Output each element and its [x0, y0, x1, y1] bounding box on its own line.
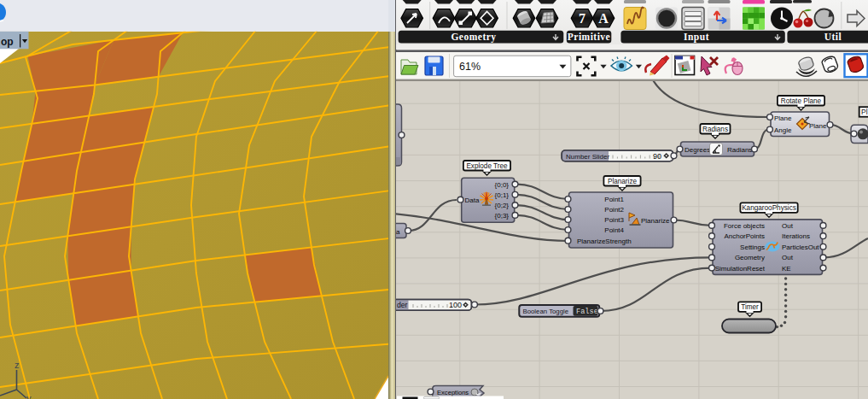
- svg-text:ParticlesOut: ParticlesOut: [782, 244, 819, 251]
- svg-text:{0;1}: {0;1}: [495, 191, 510, 199]
- svg-text:Point2: Point2: [604, 206, 624, 214]
- svg-text:KE: KE: [782, 265, 791, 273]
- svg-text:Rotate Plane: Rotate Plane: [781, 97, 822, 105]
- svg-text:Point3: Point3: [604, 216, 624, 224]
- svg-text:A: A: [598, 11, 609, 26]
- svg-text:Angle: Angle: [774, 126, 792, 134]
- svg-text:Force objects: Force objects: [724, 222, 765, 230]
- svg-text:KangarooPhysics: KangarooPhysics: [742, 204, 796, 212]
- svg-text:op: op: [1, 36, 14, 48]
- svg-text:AnchorPoints: AnchorPoints: [724, 232, 765, 240]
- svg-text:z: z: [15, 360, 20, 370]
- svg-text:Point4: Point4: [604, 226, 624, 234]
- svg-text:{0;0}: {0;0}: [495, 181, 510, 189]
- svg-text:Plane: Plane: [809, 122, 827, 130]
- svg-text:{0;3}: {0;3}: [495, 212, 510, 220]
- svg-text:Geometry: Geometry: [735, 254, 765, 261]
- svg-text:Planarize: Planarize: [608, 178, 638, 185]
- svg-text:Timer: Timer: [741, 303, 759, 311]
- svg-text:Out: Out: [782, 222, 794, 230]
- svg-text:der: der: [397, 301, 408, 309]
- svg-text:7: 7: [579, 11, 585, 26]
- svg-text:Boolean Toggle: Boolean Toggle: [523, 308, 569, 315]
- svg-text:Number Slider: Number Slider: [566, 153, 609, 161]
- svg-text:Settings: Settings: [740, 244, 765, 251]
- svg-text:Primitive: Primitive: [568, 32, 610, 42]
- svg-text:Point1: Point1: [604, 196, 624, 203]
- svg-text:Radians: Radians: [727, 146, 752, 154]
- svg-text:100: 100: [449, 301, 462, 309]
- svg-text:Exceptions: Exceptions: [437, 389, 469, 396]
- svg-text:Radians: Radians: [702, 126, 728, 133]
- svg-text:a: a: [396, 228, 400, 236]
- svg-text:Explode Tree: Explode Tree: [466, 162, 508, 170]
- svg-text:Input: Input: [684, 32, 709, 43]
- svg-text:Degrees: Degrees: [684, 146, 710, 154]
- svg-text:90: 90: [653, 152, 661, 161]
- svg-text:SimulationReset: SimulationReset: [715, 265, 766, 273]
- svg-text:Util: Util: [824, 32, 842, 42]
- svg-text:False: False: [576, 308, 598, 316]
- svg-text:Geometry: Geometry: [451, 32, 496, 43]
- svg-text:Iterations: Iterations: [782, 232, 810, 240]
- svg-text:61%: 61%: [459, 61, 481, 73]
- svg-text:Out: Out: [782, 254, 794, 261]
- svg-text:y: y: [26, 393, 32, 399]
- svg-text:Plane: Plane: [774, 114, 792, 122]
- svg-text:{0;2}: {0;2}: [495, 202, 510, 209]
- svg-text:Pl: Pl: [861, 108, 868, 116]
- svg-text:Planarize: Planarize: [641, 217, 670, 225]
- svg-text:Data: Data: [465, 197, 480, 204]
- svg-text:PlanarizeStrength: PlanarizeStrength: [577, 238, 632, 245]
